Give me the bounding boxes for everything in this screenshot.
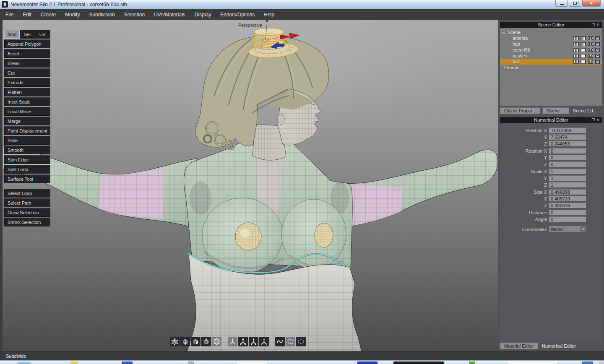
- coordinates-dropdown[interactable]: World▼: [549, 226, 586, 232]
- visibility-eye-icon[interactable]: [587, 42, 594, 47]
- menu-modify[interactable]: Modify: [60, 10, 84, 20]
- window-white-icon[interactable]: [237, 361, 267, 364]
- y-axis-handle[interactable]: [266, 20, 268, 22]
- app-blue2-icon[interactable]: [357, 361, 378, 364]
- move-tool-button[interactable]: [228, 337, 237, 346]
- tool-bevel[interactable]: Bevel: [4, 49, 50, 58]
- lasso-select-button[interactable]: [275, 337, 285, 346]
- field-z[interactable]: 0.490379: [549, 203, 586, 208]
- scale-tool-button[interactable]: [249, 337, 258, 346]
- app-grey-icon[interactable]: [188, 361, 194, 364]
- transform-tool-button[interactable]: [259, 337, 269, 346]
- display-bars-icon[interactable]: [573, 53, 579, 58]
- menu-help[interactable]: Help: [259, 10, 279, 20]
- viewport-canvas[interactable]: Perspective ModSelUV Append PolygonBevel…: [3, 20, 498, 351]
- panel-maximize-icon[interactable]: ❒: [591, 118, 596, 122]
- folder-icon[interactable]: [70, 361, 78, 364]
- lock-icon[interactable]: [594, 42, 601, 47]
- field-size-x[interactable]: 0.496898: [549, 189, 586, 195]
- field-scale-x[interactable]: 1: [549, 169, 586, 174]
- app-green-icon[interactable]: [469, 361, 475, 364]
- rect-select-button[interactable]: [286, 337, 295, 346]
- tool-tab-mod[interactable]: Mod: [4, 30, 20, 39]
- app-blue-icon[interactable]: [122, 361, 133, 364]
- globe-icon[interactable]: [582, 361, 593, 364]
- start-orb[interactable]: [17, 362, 31, 364]
- tool-select-loop[interactable]: Select Loop: [4, 189, 50, 198]
- tool-paint-displacement[interactable]: Paint Displacement: [4, 126, 50, 135]
- tool-append-polygon[interactable]: Append Polygon: [4, 39, 50, 48]
- field-distance[interactable]: 0: [549, 210, 586, 215]
- field-angle[interactable]: 0: [549, 216, 586, 222]
- field-y[interactable]: 1: [549, 175, 586, 181]
- shading-icon[interactable]: [580, 47, 586, 52]
- menu-edit[interactable]: Edit: [18, 10, 36, 20]
- field-position-x[interactable]: -0.112356: [549, 127, 586, 133]
- window-dark-icon[interactable]: [393, 361, 444, 364]
- menu-display[interactable]: Display: [190, 10, 216, 20]
- shading-icon[interactable]: [580, 59, 586, 64]
- face-mode-button[interactable]: [191, 337, 200, 346]
- multi-mode-button[interactable]: [212, 337, 221, 346]
- menu-selection[interactable]: Selection: [120, 10, 149, 20]
- panel-close-icon[interactable]: ✕: [596, 23, 601, 27]
- rotate-tool-button[interactable]: [238, 337, 248, 346]
- display-bars-icon[interactable]: [573, 36, 579, 41]
- collapse-icon[interactable]: –: [502, 31, 505, 34]
- tool-break[interactable]: Break: [4, 59, 50, 68]
- visibility-eye-icon[interactable]: [587, 59, 594, 64]
- menu-create[interactable]: Create: [36, 10, 60, 20]
- menu-subdivision[interactable]: Subdivision: [84, 10, 119, 20]
- scene-root-row[interactable]: –Scene: [500, 29, 602, 35]
- menu-editors-options[interactable]: Editors/Options: [216, 10, 259, 20]
- field-y[interactable]: 0.405719: [549, 196, 586, 201]
- tool-extrude[interactable]: Extrude: [4, 78, 50, 87]
- tool-tab-uv[interactable]: UV: [35, 30, 50, 39]
- minimize-button[interactable]: [555, 0, 568, 7]
- tool-merge[interactable]: Merge: [4, 117, 50, 125]
- display-bars-icon[interactable]: [573, 47, 579, 52]
- scene-item-pasties[interactable]: pasties: [500, 53, 602, 59]
- tab-material-editor[interactable]: Material Editor: [500, 343, 538, 349]
- scene-item-antonia[interactable]: antonia: [500, 35, 602, 41]
- lock-icon[interactable]: [594, 59, 601, 64]
- 3d-scene[interactable]: [3, 20, 498, 351]
- tool-shrink-selection[interactable]: Shrink Selection: [4, 218, 50, 226]
- tool-smooth[interactable]: Smooth: [4, 146, 50, 154]
- tool-select-path[interactable]: Select Path: [4, 198, 50, 207]
- lock-icon[interactable]: [594, 47, 601, 52]
- tool-local-move[interactable]: Local Move: [4, 107, 50, 116]
- visibility-eye-icon[interactable]: [587, 53, 594, 58]
- lock-icon[interactable]: [594, 53, 601, 58]
- tool-tab-sel[interactable]: Sel: [20, 30, 35, 39]
- scene-item-hair[interactable]: hair: [500, 41, 602, 47]
- paint-select-button[interactable]: [296, 337, 306, 346]
- tool-slide[interactable]: Slide: [4, 136, 50, 145]
- tab-scene-ed-[interactable]: Scene Ed...: [571, 108, 599, 113]
- tab-scene-[interactable]: Scene ...: [542, 107, 569, 114]
- display-bars-icon[interactable]: [573, 42, 579, 47]
- tool-inset-scale[interactable]: Inset Scale: [4, 97, 50, 106]
- tool-flatten[interactable]: Flatten: [4, 88, 50, 96]
- vertex-mode-button[interactable]: [170, 337, 180, 346]
- field-z[interactable]: 0.244953: [549, 141, 586, 146]
- restore-button[interactable]: [569, 0, 581, 7]
- field-y[interactable]: 0: [549, 155, 586, 160]
- field-rotation-x[interactable]: 0: [549, 148, 586, 153]
- close-button[interactable]: ✕: [582, 0, 601, 7]
- display-bars-icon[interactable]: [573, 59, 579, 64]
- scene-item-hat[interactable]: hat: [500, 59, 602, 65]
- windows-taskbar[interactable]: [0, 360, 604, 364]
- visibility-eye-icon[interactable]: [587, 36, 594, 41]
- menu-file[interactable]: File: [1, 10, 18, 20]
- field-z[interactable]: 0: [549, 161, 586, 167]
- scene-groups-row[interactable]: Groups: [500, 65, 602, 70]
- tool-spin-edge[interactable]: Spin Edge: [4, 155, 50, 164]
- object-mode-button[interactable]: [201, 337, 211, 346]
- field-y[interactable]: 7.03474: [549, 134, 586, 140]
- scene-item-corset5b[interactable]: corset5b: [500, 47, 602, 53]
- window-white2-icon[interactable]: [508, 361, 557, 364]
- shading-icon[interactable]: [580, 53, 586, 58]
- panel-close-icon[interactable]: ✕: [596, 118, 601, 122]
- tab-numerical-editor[interactable]: Numerical Editor: [540, 343, 578, 348]
